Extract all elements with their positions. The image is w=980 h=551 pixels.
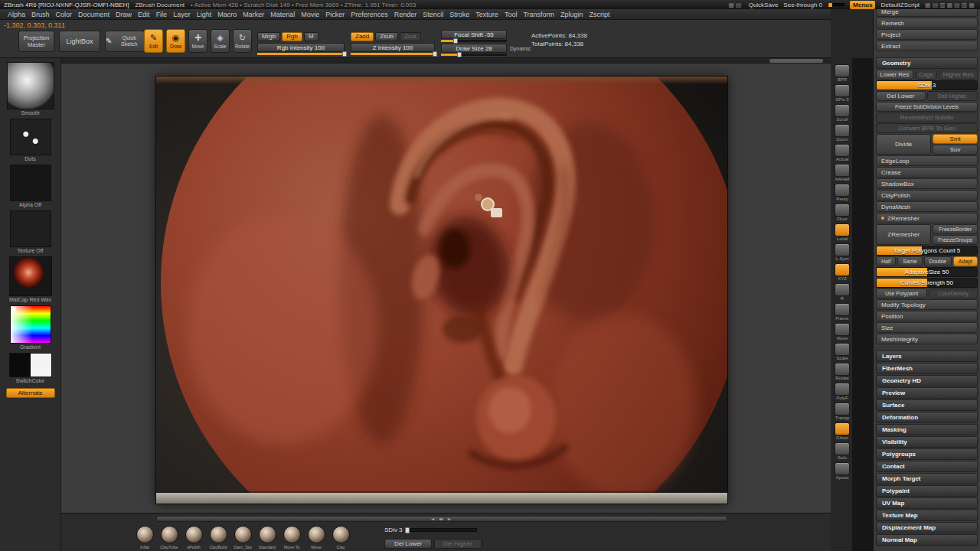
mode-button[interactable]: ✚ Move: [188, 29, 207, 53]
menu-item[interactable]: Texture: [472, 11, 501, 18]
menu-item[interactable]: Brush: [28, 11, 53, 18]
brush-shortcut[interactable]: Dam_Sta: [233, 526, 253, 549]
bottom-sdiv-slider[interactable]: [407, 528, 477, 532]
menu-item[interactable]: Transform: [520, 11, 557, 18]
left-palette-item[interactable]: MatCap Red Wax: [9, 256, 52, 302]
geometry-subgroup-header[interactable]: EdgeLoop: [876, 155, 978, 166]
geometry-subgroup-header[interactable]: ClayPolish: [876, 190, 978, 201]
menu-item[interactable]: File: [153, 11, 171, 18]
use-polypaint-toggle[interactable]: Use Polypaint: [876, 289, 927, 298]
menu-item[interactable]: Stencil: [420, 11, 446, 18]
subtool-group-header[interactable]: Remesh: [876, 18, 978, 28]
menu-item[interactable]: Picker: [322, 11, 348, 18]
geometry-subgroup-header[interactable]: Modify Topology: [876, 299, 978, 310]
menu-item[interactable]: Render: [391, 11, 420, 18]
left-palette-item[interactable]: Texture Off: [10, 210, 51, 253]
left-palette-item[interactable]: SwitchColor: [9, 353, 52, 383]
palette-thumbnail[interactable]: [7, 62, 54, 109]
delete-level-button[interactable]: Del Higher: [927, 91, 978, 101]
tool-subpalette-header[interactable]: Surface: [876, 399, 978, 411]
right-shelf-button[interactable]: Transp: [835, 403, 850, 421]
menu-item[interactable]: Movie: [298, 11, 322, 18]
brush-shortcut[interactable]: Move To: [282, 526, 302, 549]
menu-item[interactable]: Alpha: [5, 11, 28, 18]
tool-subpalette-header[interactable]: Normal Map: [876, 534, 978, 546]
delete-level-button[interactable]: Del Lower: [876, 91, 926, 101]
draw-size-handle[interactable]: [457, 52, 462, 57]
right-shelf-button[interactable]: Rotate: [835, 363, 850, 381]
right-shelf-button[interactable]: SPix 3: [835, 84, 850, 103]
mode-button[interactable]: ◈ Scale: [211, 29, 230, 53]
dynamic-label[interactable]: Dynamic: [510, 46, 531, 51]
projection-master-button[interactable]: Projection Master: [18, 31, 54, 52]
right-shelf-button[interactable]: XYZ: [835, 263, 850, 282]
right-shelf-button[interactable]: Scroll: [835, 104, 850, 122]
geometry-subgroup-header[interactable]: Position: [876, 311, 978, 321]
right-shelf-button[interactable]: Zoom: [835, 124, 850, 142]
left-palette-item[interactable]: Alpha Off: [10, 165, 51, 207]
sculpt-mode-button[interactable]: Zcut: [400, 32, 421, 41]
color-mode-button[interactable]: M: [304, 32, 318, 41]
menu-item[interactable]: Layer: [170, 11, 194, 18]
sculpt-mode-button[interactable]: Zadd: [351, 32, 374, 41]
geometry-subgroup-header[interactable]: MeshIntegrity: [876, 334, 978, 344]
right-shelf-button[interactable]: PolyF: [835, 383, 850, 401]
menu-item[interactable]: Tool: [501, 11, 521, 18]
brush-shortcut[interactable]: Standard: [257, 526, 277, 549]
menu-item[interactable]: Marker: [240, 11, 267, 18]
seethrough-slider[interactable]: [828, 3, 844, 6]
menu-item[interactable]: Color: [53, 11, 76, 18]
tool-subpalette-header[interactable]: Visibility: [876, 436, 978, 448]
brush-shortcut[interactable]: Move: [306, 526, 326, 549]
mode-button[interactable]: ◉ Draw: [166, 29, 185, 53]
focal-shift-handle[interactable]: [453, 38, 458, 44]
tool-subpalette-header[interactable]: Texture Map: [876, 510, 978, 521]
seethrough-handle[interactable]: [828, 3, 832, 7]
curves-strength-slider[interactable]: Curves Strength 50: [876, 278, 978, 288]
tool-subpalette-header[interactable]: Layers: [876, 350, 978, 362]
geometry-subgroup-header[interactable]: DynaMesh: [876, 201, 978, 212]
freeze-border-toggle[interactable]: FreezeBorder: [933, 224, 978, 234]
resolution-button[interactable]: Cage: [915, 70, 938, 80]
quicksave-button[interactable]: QuickSave: [749, 2, 779, 8]
tool-subpalette-header[interactable]: Geometry HD: [876, 375, 978, 386]
suv-toggle[interactable]: Suv: [933, 145, 978, 155]
menu-item[interactable]: Light: [194, 11, 215, 18]
geometry-subgroup-header[interactable]: ShadowBox: [876, 178, 978, 189]
canvas-scrollbar-handle[interactable]: [769, 59, 823, 63]
tool-subpalette-header[interactable]: Preview: [876, 387, 978, 399]
z-intensity-slider[interactable]: Z Intensity 100: [351, 43, 435, 55]
right-shelf-button[interactable]: Persp: [835, 184, 850, 202]
bottom-del-lower-button[interactable]: Del Lower: [384, 539, 432, 549]
color-mode-button[interactable]: Mrgb: [257, 32, 280, 41]
left-palette-item[interactable]: Dots: [10, 119, 51, 161]
mode-button[interactable]: ↻ Rotate: [233, 29, 252, 53]
color-mode-button[interactable]: Rgb: [282, 32, 302, 41]
zremesher-group-header[interactable]: ZRemesher: [876, 213, 978, 223]
right-shelf-button[interactable]: Local: [835, 223, 850, 242]
menu-item[interactable]: Draw: [113, 11, 135, 18]
right-shelf-button[interactable]: R: [835, 283, 850, 302]
tool-subpalette-header[interactable]: FiberMesh: [876, 363, 978, 374]
right-shelf-button[interactable]: Scale: [835, 343, 850, 361]
draw-size-slider[interactable]: Draw Size 28: [441, 44, 507, 56]
tool-subpalette-header[interactable]: Morph Target: [876, 473, 978, 484]
right-shelf-button[interactable]: Frame: [835, 303, 850, 321]
brush-shortcut[interactable]: ClayBuild: [208, 526, 228, 549]
smt-toggle[interactable]: Smt: [933, 134, 978, 144]
right-shelf-button[interactable]: Solo: [835, 442, 850, 461]
tool-subpalette-header[interactable]: Displacement Map: [876, 522, 978, 533]
focal-shift-slider[interactable]: Focal Shift -55: [441, 30, 507, 42]
defaultzscript-button[interactable]: DefaultZScript: [880, 2, 920, 8]
tool-subpalette-header[interactable]: UV Map: [876, 497, 978, 509]
lightbox-button[interactable]: LightBox: [59, 31, 100, 52]
palette-thumbnail[interactable]: [9, 256, 52, 296]
sculpt-mode-button[interactable]: Zsub: [375, 32, 398, 41]
brush-shortcut[interactable]: sPolish: [184, 526, 204, 549]
document-viewport[interactable]: [156, 77, 727, 504]
z-intensity-handle[interactable]: [433, 51, 437, 57]
subtool-group-header[interactable]: Project: [876, 29, 978, 40]
mode-button[interactable]: ✎ Edit: [144, 29, 163, 53]
adapt-button[interactable]: Double: [924, 256, 952, 266]
brush-shortcut[interactable]: Clay: [331, 526, 351, 549]
